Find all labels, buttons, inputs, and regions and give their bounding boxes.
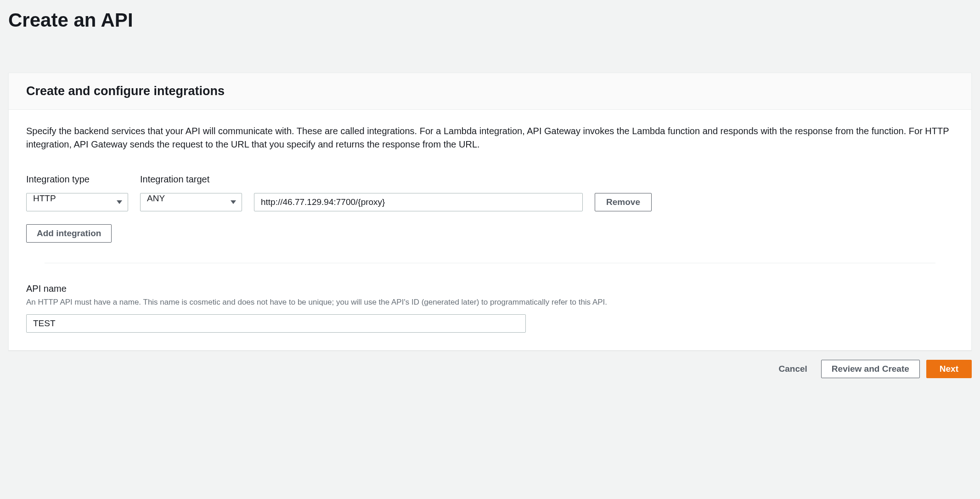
- panel-heading: Create and configure integrations: [26, 84, 954, 98]
- api-name-hint: An HTTP API must have a name. This name …: [26, 298, 954, 307]
- next-button[interactable]: Next: [926, 360, 972, 378]
- api-name-label: API name: [26, 284, 954, 294]
- integration-method-select[interactable]: ANY: [140, 193, 242, 211]
- integrations-panel: Create and configure integrations Specif…: [8, 73, 972, 351]
- integration-type-label: Integration type: [26, 174, 128, 185]
- integration-target-label: Integration target: [140, 174, 242, 185]
- remove-button[interactable]: Remove: [595, 193, 652, 211]
- integration-url-input[interactable]: [254, 193, 583, 211]
- integration-type-select[interactable]: HTTP: [26, 193, 128, 211]
- divider: [45, 263, 935, 263]
- footer-actions: Cancel Review and Create Next: [8, 360, 972, 378]
- integration-method-select-wrap: ANY: [140, 193, 242, 211]
- integration-row: HTTP ANY Remove: [26, 193, 954, 211]
- review-and-create-button[interactable]: Review and Create: [821, 360, 920, 378]
- api-name-section: API name An HTTP API must have a name. T…: [26, 284, 954, 333]
- panel-body: Specify the backend services that your A…: [9, 110, 971, 350]
- integration-type-select-wrap: HTTP: [26, 193, 128, 211]
- panel-description: Specify the backend services that your A…: [26, 125, 954, 151]
- api-name-input[interactable]: [26, 314, 526, 333]
- add-integration-button[interactable]: Add integration: [26, 224, 112, 243]
- panel-header: Create and configure integrations: [9, 73, 971, 110]
- columns-header: Integration type Integration target: [26, 174, 954, 185]
- cancel-button[interactable]: Cancel: [772, 360, 815, 378]
- page-title: Create an API: [8, 9, 972, 31]
